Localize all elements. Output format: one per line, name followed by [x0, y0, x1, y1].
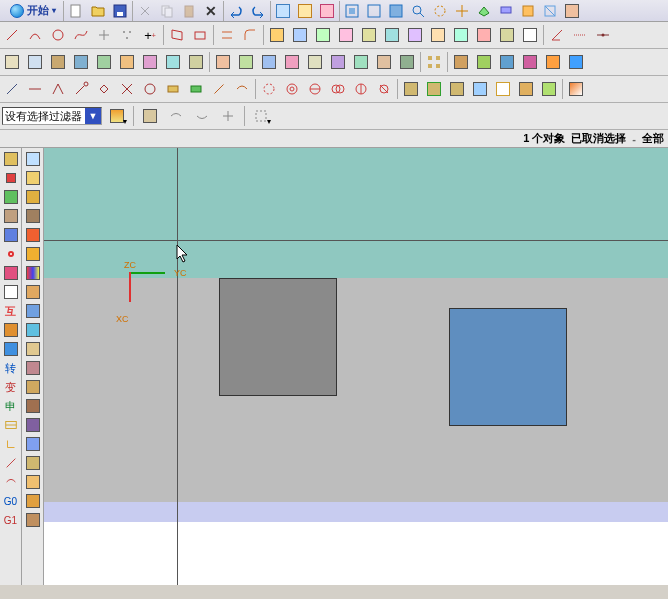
- project-tool[interactable]: [266, 24, 288, 46]
- pocket-tool[interactable]: [258, 51, 280, 73]
- dropdown-icon[interactable]: ▼: [85, 108, 101, 124]
- undo-button[interactable]: [225, 0, 247, 22]
- orient-button[interactable]: [473, 0, 495, 22]
- rib-tool[interactable]: [350, 51, 372, 73]
- block-tool[interactable]: [47, 51, 69, 73]
- pal2-button[interactable]: [24, 264, 42, 282]
- pal-transform-button[interactable]: 变: [2, 378, 20, 396]
- box-mod[interactable]: [538, 78, 560, 100]
- groove-tool[interactable]: [327, 51, 349, 73]
- save-button[interactable]: [109, 0, 131, 22]
- pal-g1-button[interactable]: G1: [2, 511, 20, 529]
- pal2-button[interactable]: [24, 321, 42, 339]
- pal-button[interactable]: [2, 416, 20, 434]
- new-file-button[interactable]: [65, 0, 87, 22]
- open-file-button[interactable]: [87, 0, 109, 22]
- join-tool[interactable]: [404, 24, 426, 46]
- subtract-tool[interactable]: [473, 51, 495, 73]
- divide-tool[interactable]: [592, 24, 614, 46]
- mod-tool[interactable]: [231, 78, 253, 100]
- view-pan-button[interactable]: [451, 0, 473, 22]
- box-mod[interactable]: [423, 78, 445, 100]
- select-plus-button[interactable]: [217, 105, 239, 127]
- spline-tool[interactable]: [70, 24, 92, 46]
- pal2-button[interactable]: [24, 283, 42, 301]
- pal-button[interactable]: [2, 150, 20, 168]
- circle-mod[interactable]: [304, 78, 326, 100]
- shell-tool[interactable]: [519, 51, 541, 73]
- graphics-canvas[interactable]: YC ZC XC: [44, 148, 668, 585]
- point-tool[interactable]: [93, 24, 115, 46]
- sphere-tool[interactable]: [116, 51, 138, 73]
- selection-filter-combo[interactable]: ▼: [2, 107, 102, 125]
- view-fit-button[interactable]: [341, 0, 363, 22]
- box-mod[interactable]: [469, 78, 491, 100]
- datum-plane[interactable]: [1, 51, 23, 73]
- mod-tool[interactable]: [93, 78, 115, 100]
- pattern-tool[interactable]: [423, 51, 445, 73]
- box-mod[interactable]: [492, 78, 514, 100]
- circle-mod[interactable]: [281, 78, 303, 100]
- shade-button[interactable]: [517, 0, 539, 22]
- simplify-tool[interactable]: [381, 24, 403, 46]
- pal2-button[interactable]: [24, 454, 42, 472]
- clip-button[interactable]: [561, 0, 583, 22]
- blend-tool[interactable]: [565, 51, 587, 73]
- circle-mod[interactable]: [350, 78, 372, 100]
- mod-tool[interactable]: [139, 78, 161, 100]
- fillet-tool[interactable]: [239, 24, 261, 46]
- bridge-tool[interactable]: [358, 24, 380, 46]
- box-mod[interactable]: [515, 78, 537, 100]
- shape-blue-square[interactable]: [449, 308, 567, 426]
- select-obj-button[interactable]: [139, 105, 161, 127]
- slot-tool[interactable]: [304, 51, 326, 73]
- pal2-button[interactable]: [24, 378, 42, 396]
- section-tool[interactable]: [312, 24, 334, 46]
- wrap-tool[interactable]: [427, 24, 449, 46]
- circle-mod[interactable]: [258, 78, 280, 100]
- draft-tool[interactable]: [542, 51, 564, 73]
- pal-button[interactable]: 互: [2, 302, 20, 320]
- helix-tool[interactable]: [496, 24, 518, 46]
- cylinder-tool[interactable]: [70, 51, 92, 73]
- pal-button[interactable]: [2, 435, 20, 453]
- pal-button[interactable]: [2, 340, 20, 358]
- cone-tool[interactable]: [93, 51, 115, 73]
- intersect-tool[interactable]: [496, 51, 518, 73]
- pad-tool[interactable]: [281, 51, 303, 73]
- circle-tool[interactable]: [47, 24, 69, 46]
- rect-select-button[interactable]: ▾: [250, 105, 272, 127]
- pal2-button[interactable]: [24, 416, 42, 434]
- pal-button[interactable]: [2, 188, 20, 206]
- extract-tool[interactable]: [335, 24, 357, 46]
- pal-button[interactable]: [2, 283, 20, 301]
- intersect-tool[interactable]: [289, 24, 311, 46]
- pal2-button[interactable]: [24, 473, 42, 491]
- filter-mode-button[interactable]: ▾: [106, 105, 128, 127]
- unite-tool[interactable]: [450, 51, 472, 73]
- tool-button[interactable]: [316, 0, 338, 22]
- revolve-tool[interactable]: [162, 51, 184, 73]
- datum-axis[interactable]: [24, 51, 46, 73]
- select-priority-button[interactable]: [191, 105, 213, 127]
- shape-gray-square[interactable]: [219, 278, 337, 396]
- box-mod[interactable]: [446, 78, 468, 100]
- tool-button[interactable]: [294, 0, 316, 22]
- pal2-button[interactable]: [24, 245, 42, 263]
- delete-button[interactable]: ✕: [200, 0, 222, 22]
- thread-tool[interactable]: [373, 51, 395, 73]
- mod-tool[interactable]: [116, 78, 138, 100]
- selection-filter-input[interactable]: [3, 108, 85, 124]
- sweep-tool[interactable]: [185, 51, 207, 73]
- pal2-button[interactable]: [24, 226, 42, 244]
- cut-button[interactable]: [134, 0, 156, 22]
- wireframe-button[interactable]: [539, 0, 561, 22]
- mod-tool[interactable]: [24, 78, 46, 100]
- pal-button[interactable]: [2, 473, 20, 491]
- pal-button[interactable]: [2, 454, 20, 472]
- pal-button[interactable]: [2, 245, 20, 263]
- pal-button[interactable]: [2, 321, 20, 339]
- rect-tool[interactable]: [166, 24, 188, 46]
- offset-curve[interactable]: [216, 24, 238, 46]
- pal2-button[interactable]: [24, 188, 42, 206]
